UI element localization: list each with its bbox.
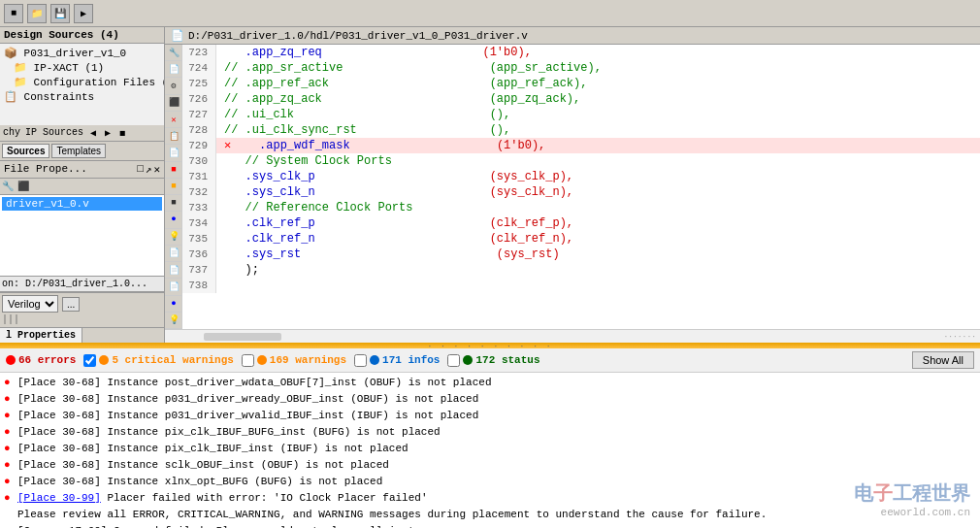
file-icons-row: 🔧 ⬛ (0, 179, 164, 195)
msg-error-icon-5: ● (4, 442, 17, 456)
properties-tab[interactable]: l Properties (0, 328, 82, 343)
critical-warning-filter: 5 critical warnings (83, 354, 233, 367)
msg-text-4: [Place 30-68] Instance pix_clk_IBUF_BUFG… (17, 425, 441, 440)
file-icon-1[interactable]: 🔧 (2, 181, 14, 192)
side-icon-2[interactable]: 📄 (165, 61, 182, 78)
file-icon-2[interactable]: ⬛ (17, 181, 29, 192)
msg-error-icon-2: ● (4, 392, 17, 407)
toolbar-icon-3[interactable]: 💾 (50, 4, 70, 23)
side-icon-15[interactable]: 📄 (165, 279, 182, 295)
msg-text-1: [Place 30-68] Instance post_driver_wdata… (17, 376, 491, 390)
side-icon-12[interactable]: 💡 (165, 229, 182, 246)
critical-warning-checkbox[interactable] (83, 354, 96, 367)
side-icon-9[interactable]: ■ (165, 179, 182, 195)
msg-link-place3099[interactable]: [Place 30-99] (17, 492, 101, 504)
right-arrow-btn[interactable]: ▶ (101, 126, 114, 140)
side-icon-6[interactable]: 📋 (165, 128, 182, 145)
code-area[interactable]: 723 .app_zq_req (1'b0), 724 // .app_sr_a… (182, 45, 980, 329)
critical-warning-count-label[interactable]: 5 critical warnings (112, 354, 233, 366)
status-filter: 172 status (447, 354, 539, 367)
hierarchy-tab[interactable]: chy (1, 126, 22, 139)
left-arrow-btn[interactable]: ◀ (86, 126, 100, 140)
status-count-label[interactable]: 172 status (475, 354, 539, 366)
lang-select[interactable]: Verilog (2, 295, 58, 313)
side-icon-8[interactable]: ■ (165, 162, 182, 179)
ip-sources-tab[interactable]: IP Sources (23, 126, 85, 139)
minimize-icon[interactable]: □ (137, 163, 144, 176)
side-icon-7[interactable]: 📄 (165, 145, 182, 161)
msg-error-icon-3: ● (4, 409, 17, 423)
side-icon-11[interactable]: ● (165, 212, 182, 228)
tree-item-ipxact[interactable]: 📁 IP-XACT (1) (2, 60, 162, 75)
code-line-725: 725 // .app_ref_ack (app_ref_ack), (182, 76, 980, 91)
info-checkbox[interactable] (354, 354, 367, 367)
line-num-724: 724 (182, 60, 216, 76)
toolbar-icon-1[interactable]: ■ (4, 4, 23, 23)
side-icon-14[interactable]: 📄 (165, 262, 182, 279)
side-icon-16[interactable]: ● (165, 296, 182, 313)
toolbar-icon-4[interactable]: ▶ (74, 4, 93, 23)
line-content-736: .sys_rst (sys_rst) (216, 247, 560, 262)
side-icon-3[interactable]: ⚙ (165, 78, 182, 94)
code-line-734: 734 .clk_ref_p (clk_ref_p), (182, 215, 980, 231)
restore-icon[interactable]: ↗ (146, 163, 152, 176)
msg-line-6: ● [Place 30-68] Instance sclk_OBUF_inst … (4, 457, 976, 474)
toolbar-icon-2[interactable]: 📁 (27, 4, 47, 23)
line-content-726: // .app_zq_ack (app_zq_ack), (216, 91, 580, 107)
msg-text-10: [Common 17-69] Command failed: Placer co… (17, 524, 446, 528)
line-content-735: .clk_ref_n (clk_ref_n), (216, 231, 573, 247)
h-scroll-thumb[interactable] (204, 333, 281, 341)
side-icon-1[interactable]: 🔧 (165, 45, 182, 61)
warning-filter: 169 warnings (242, 354, 346, 367)
line-num-731: 731 (182, 169, 216, 184)
line-content-723: .app_zq_req (1'b0), (216, 45, 532, 60)
status-icon (463, 355, 473, 365)
sources-btn[interactable]: Sources (2, 144, 49, 158)
toolbar: ■ 📁 💾 ▶ (0, 0, 980, 27)
close-icon[interactable]: ✕ (153, 163, 160, 176)
line-content-728: // .ui_clk_sync_rst (), (216, 122, 510, 138)
tree-item-constraints[interactable]: 📋 Constraints (2, 89, 162, 104)
side-icon-13[interactable]: 📄 (165, 246, 182, 262)
tree-item-config[interactable]: 📁 Configuration Files (2) (2, 75, 162, 89)
middle-area: Design Sources (4) 📦 P031_driver_v1_0 📁 … (0, 27, 980, 343)
code-line-735: 735 .clk_ref_n (clk_ref_n), (182, 231, 980, 247)
verilog-options-btn[interactable]: ... (62, 297, 80, 312)
error-icon (6, 355, 16, 365)
messages-list[interactable]: ● [Place 30-68] Instance post_driver_wda… (0, 373, 980, 528)
panel-tree[interactable]: 📦 P031_driver_v1_0 📁 IP-XACT (1) 📁 Confi… (0, 44, 164, 125)
tree-item-p031[interactable]: 📦 P031_driver_v1_0 (2, 46, 162, 60)
info-count-label[interactable]: 171 infos (382, 354, 440, 366)
msg-text-2: [Place 30-68] Instance p031_driver_wread… (17, 392, 478, 407)
line-num-735: 735 (182, 231, 216, 247)
show-all-button[interactable]: Show All (912, 351, 974, 369)
side-icon-10[interactable]: ■ (165, 195, 182, 212)
h-scrollbar[interactable]: ······· (165, 329, 980, 343)
msg-text-6: [Place 30-68] Instance sclk_OBUF_inst (O… (17, 458, 389, 473)
status-checkbox[interactable] (447, 354, 460, 367)
templates-btn[interactable]: Templates (51, 144, 106, 158)
line-content-731: .sys_clk_p (sys_clk_p), (216, 169, 573, 184)
collapse-btn[interactable]: ◼ (115, 126, 129, 140)
verilog-area: Verilog ... ||| (0, 292, 164, 327)
line-content-725: // .app_ref_ack (app_ref_ack), (216, 76, 587, 91)
messages-toolbar: 66 errors 5 critical warnings 169 warnin… (0, 348, 980, 373)
msg-line-4: ● [Place 30-68] Instance pix_clk_IBUF_BU… (4, 424, 976, 441)
code-line-727: 727 // .ui_clk (), (182, 107, 980, 122)
file-props-bar: File Prope... □ ↗ ✕ (0, 161, 164, 179)
side-icon-5[interactable]: ✕ (165, 112, 182, 128)
line-content-729: ✕ .app_wdf_mask (1'b0), (216, 138, 545, 153)
main-container: ■ 📁 💾 ▶ Design Sources (4) 📦 P031_driver… (0, 0, 980, 528)
warning-count-label[interactable]: 169 warnings (270, 354, 346, 366)
file-list-item-driver[interactable]: driver_v1_0.v (2, 197, 162, 211)
file-props-label: File Prope... (4, 163, 87, 175)
file-list-area[interactable]: driver_v1_0.v (0, 195, 164, 277)
warning-checkbox[interactable] (242, 354, 254, 367)
msg-error-icon-10: ● (4, 524, 17, 528)
msg-error-icon-7: ● (4, 475, 17, 489)
msg-error-icon-1: ● (4, 376, 17, 390)
side-icon-4[interactable]: ⬛ (165, 95, 182, 112)
side-icon-17[interactable]: 💡 (165, 313, 182, 329)
error-count-label[interactable]: 66 errors (18, 354, 76, 366)
code-line-728: 728 // .ui_clk_sync_rst (), (182, 122, 980, 138)
